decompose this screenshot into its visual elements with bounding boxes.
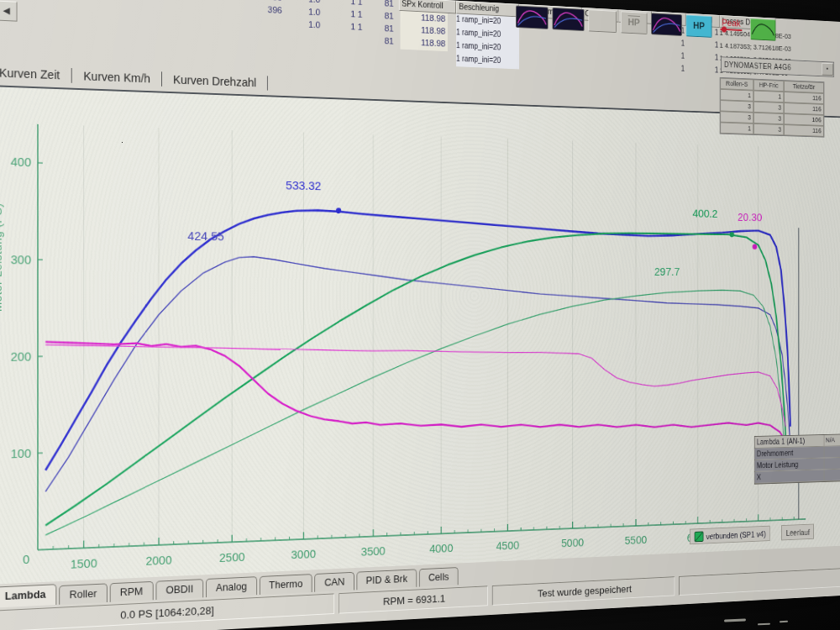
bezel-reflection (758, 623, 770, 626)
device-select-value: DYNOMASTER A4G6 (722, 60, 822, 73)
svg-text:5500: 5500 (625, 533, 647, 546)
mini-table-cell: 116 (784, 124, 824, 137)
toolbar-column-beschleunig: Beschleunig1 ramp_ini=201 ramp_ini=201 r… (456, 1, 519, 70)
tab-thermo[interactable]: Thermo (259, 574, 312, 595)
svg-text:100: 100 (11, 446, 32, 461)
channel-legend: Lambda 1 (AN-1)N/ADrehmomentMotor Leistu… (754, 433, 840, 484)
roller-mini-table: Rollen-SHP-FricTietze/Br1111633116331061… (720, 77, 825, 138)
engine-mode-label: Leerlauf (786, 528, 810, 538)
bezel-reflection (724, 618, 746, 622)
connection-label: verbunden (SP1 v4) (706, 529, 766, 541)
hp-cyan-button-icon[interactable]: HP (686, 15, 712, 38)
toolbar-cell: 1 (686, 64, 720, 78)
mini-table-cell: 3 (753, 102, 784, 113)
legend-value (824, 470, 840, 481)
legend-label: Motor Leistung (755, 459, 824, 471)
blank-button-icon[interactable] (588, 9, 617, 33)
chevron-down-icon[interactable]: ▪ (822, 63, 832, 76)
peak-label: 297.7 (654, 265, 680, 277)
svg-text:300: 300 (11, 252, 32, 266)
svg-text:4000: 4000 (429, 541, 453, 555)
tab-obdii[interactable]: OBDII (155, 579, 203, 600)
y-axis-title: Motor Leistung (PS) (0, 118, 6, 396)
svg-text:3000: 3000 (291, 547, 316, 561)
tab-separator (267, 76, 268, 90)
value-column: 1 11 11 1 (327, 0, 362, 48)
legend-row-x[interactable]: X (755, 470, 840, 484)
tab-cells[interactable]: Cells (419, 567, 459, 587)
bezel-reflection (780, 621, 788, 623)
svg-text:5000: 5000 (561, 535, 584, 549)
value-column: 81818181 (369, 0, 393, 49)
engine-mode-chip: Leerlauf (781, 524, 814, 541)
toolbar-cell: 1 ramp_ini=20 (456, 53, 519, 69)
mini-table-cell: 3 (720, 111, 753, 123)
back-button[interactable]: ◀ (0, 1, 18, 22)
monitor-screen: ◀ 2023 08:54:08 1/65/20 3963961.01.01.01… (0, 0, 840, 630)
legend-label: X (755, 470, 824, 483)
curves-thumbnail-3-icon[interactable] (651, 13, 682, 36)
value-column: 1.01.01.0 (289, 0, 320, 45)
svg-text:2000: 2000 (145, 553, 171, 568)
peak-label: 400.2 (692, 207, 717, 220)
value-cell: 81 (369, 35, 393, 49)
tab-lambda[interactable]: Lambda (0, 584, 56, 607)
tab-can[interactable]: CAN (315, 572, 354, 592)
connected-icon (695, 531, 704, 542)
hp-gray-button-icon[interactable]: HP (621, 11, 648, 34)
peak-label: 20.30 (738, 211, 762, 223)
dyno-chart: Motor Leistung (PS) 15002000250030003500… (0, 85, 840, 585)
mini-table-cell: 1 (720, 123, 753, 134)
tab-kurven-drehzahl[interactable]: Kurven Drehzahl (162, 69, 267, 92)
toolbar-cell: 1 (652, 62, 686, 76)
tab-kurven-km-h[interactable]: Kurven Km/h (72, 66, 161, 89)
value-column: 396396 (244, 0, 282, 44)
peak-label: 533.32 (286, 178, 321, 192)
value-cell: 81 (369, 10, 393, 24)
series-lambda-1-lauf-1 (45, 338, 785, 458)
green-curve-button-icon[interactable] (750, 18, 775, 41)
svg-text:3500: 3500 (361, 543, 386, 558)
curves-thumbnail-1-icon[interactable] (516, 5, 549, 29)
svg-text:2500: 2500 (219, 549, 244, 564)
svg-text:4500: 4500 (496, 538, 520, 553)
svg-text:200: 200 (11, 349, 32, 363)
legend-label: Drehmoment (755, 447, 824, 459)
value-cell: 1 1 (327, 20, 362, 34)
tab-kurven-zeit[interactable]: Kurven Zeit (0, 62, 71, 86)
header-button-spx-kontroll[interactable]: SPx Kontroll (399, 0, 456, 13)
peak-marker (336, 207, 341, 213)
series-motor-leistung-lauf-1 (45, 206, 790, 470)
toolbar-column-spx-kontroll: SPx Kontroll (399, 0, 456, 66)
peak-button-icon[interactable]: Peak (716, 17, 747, 39)
tab-analog[interactable]: Analog (206, 576, 257, 597)
peak-label: 424.55 (187, 228, 224, 243)
curves-thumbnail-2-icon[interactable] (552, 8, 584, 31)
tab-roller[interactable]: Roller (59, 583, 108, 604)
mini-table-cell: 3 (753, 113, 784, 124)
status-rpm: RPM = 6931.1 (339, 585, 487, 613)
svg-text:400: 400 (11, 155, 32, 170)
value-cell: 1.0 (289, 18, 320, 33)
tab-rpm[interactable]: RPM (110, 581, 154, 602)
legend-label: Lambda 1 (AN-1) (755, 435, 824, 448)
legend-value (824, 446, 840, 458)
series-drehmoment-lauf-2 (45, 288, 787, 535)
chart-canvas: 1500200025003000350040004500500055006000… (0, 85, 840, 585)
value-cell: 81 (369, 23, 393, 36)
value-cell: 396 (244, 3, 282, 18)
status-empty (679, 568, 840, 596)
svg-text:0: 0 (23, 552, 29, 566)
peak-marker (753, 244, 757, 249)
svg-text:1500: 1500 (71, 556, 97, 571)
legend-value: N/A (824, 434, 840, 446)
mini-table-cell: 3 (753, 123, 784, 135)
legend-value (824, 458, 840, 470)
series-lambda-1-lauf-2 (45, 340, 785, 444)
